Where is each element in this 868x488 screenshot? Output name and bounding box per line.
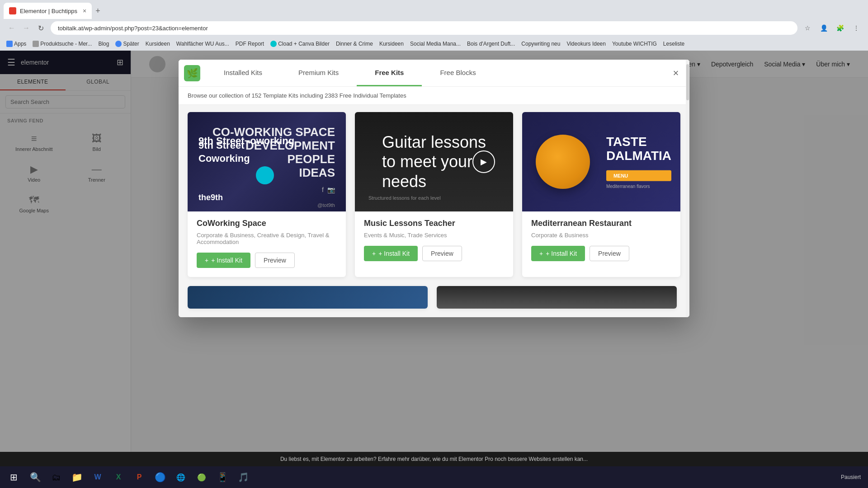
music-thumb-bg: Guitar lessonsto meet yourneeds ▶ Struct…	[355, 112, 513, 211]
tab-free-blocks[interactable]: Free Blocks	[422, 60, 494, 86]
kit-card-bottom-1	[188, 286, 428, 309]
bookmark-leseliste[interactable]: Leseliste	[660, 40, 687, 48]
windows-taskbar: ⊞ 🔍 🗂 📁 W X P 🔵 🌐 🟢 📱 🎵 Pausiert	[0, 466, 868, 488]
url-bar[interactable]: tobitalk.at/wp-admin/post.php?post=23&ac…	[51, 21, 797, 35]
taskbar-search[interactable]: 🔍	[25, 467, 45, 487]
plus-icon: +	[372, 250, 376, 257]
taskbar-explorer[interactable]: 📁	[67, 467, 87, 487]
taskbar-chrome[interactable]: 🌐	[171, 467, 191, 487]
star-icon[interactable]: ☆	[801, 22, 814, 34]
preview-kit-restaurant[interactable]: Preview	[590, 246, 629, 261]
bookmark-label: Blog	[98, 41, 109, 47]
preview-kit-music[interactable]: Preview	[422, 246, 462, 261]
install-kit-restaurant[interactable]: + + Install Kit	[531, 246, 585, 261]
kit-info-music: Music Lessons Teacher Events & Music, Tr…	[355, 211, 513, 270]
taskbar-right: Pausiert	[841, 474, 864, 480]
coworking-handle: @tot9th	[317, 202, 335, 208]
kit-categories-restaurant: Corporate & Business	[531, 232, 671, 239]
bookmark-label: Kursideen	[379, 41, 404, 47]
taskbar-edge[interactable]: 🟢	[192, 467, 212, 487]
kit-bottom-thumb-2	[437, 286, 677, 309]
active-tab[interactable]: Elementor | Buchtipps ×	[4, 3, 92, 19]
kit-categories-music: Events & Music, Trade Services	[364, 232, 504, 239]
promo-text: Du liebst es, mit Elementor zu arbeiten?…	[280, 456, 588, 462]
bookmark-produktsuche[interactable]: Produktsuche - Mer...	[30, 40, 94, 48]
kit-name-coworking: CoWorking Space	[197, 219, 337, 228]
bookmark-dinner[interactable]: Dinner & Crime	[333, 40, 376, 48]
bookmark-wahlfaecher[interactable]: Wahlfächer WU Aus...	[174, 40, 232, 48]
tab-installed-kits[interactable]: Installed Kits	[206, 60, 280, 86]
modal-close-button[interactable]: ×	[662, 60, 689, 86]
browser-icons: ☆ 👤 🧩 ⋮	[801, 22, 863, 34]
kit-card-bottom-2	[437, 286, 677, 309]
scrollbar[interactable]	[686, 105, 689, 317]
modal-header: 🌿 Installed Kits Premium Kits Free Kits …	[179, 60, 689, 87]
taskbar-app6[interactable]: 🔵	[150, 467, 170, 487]
bookmark-canva[interactable]: Cload + Canva Bilder	[268, 40, 332, 48]
instagram-icon: 📷	[327, 186, 335, 193]
new-tab-button[interactable]: +	[94, 5, 102, 18]
restaurant-text: TASTEDALMATIA MENU Mediterranean flavors	[606, 135, 671, 189]
profile-icon[interactable]: 👤	[817, 22, 830, 34]
bookmark-pdf[interactable]: PDF Report	[233, 40, 267, 48]
promo-bar: Du liebst es, mit Elementor zu arbeiten?…	[0, 452, 868, 466]
preview-kit-coworking[interactable]: Preview	[255, 253, 295, 268]
bookmark-label: Später	[123, 41, 139, 47]
bookmark-label: Cload + Canva Bilder	[278, 41, 330, 47]
windows-icon: ⊞	[10, 472, 18, 483]
extensions-icon[interactable]: 🧩	[834, 22, 846, 34]
bookmark-social-media[interactable]: Social Media Mana...	[407, 40, 463, 48]
install-kit-music[interactable]: + + Install Kit	[364, 246, 418, 261]
bookmark-copywriting[interactable]: Copywriting neu	[519, 40, 563, 48]
bookmark-apps[interactable]: Apps	[4, 40, 29, 48]
tab-premium-kits[interactable]: Premium Kits	[280, 60, 357, 86]
modal-info-bar: Browse our collection of 152 Template Ki…	[179, 87, 689, 105]
coworking-social-icons: f 📷	[322, 186, 335, 193]
bookmark-bois[interactable]: Bois d'Argent Duft...	[464, 40, 518, 48]
install-kit-coworking[interactable]: + + Install Kit	[197, 253, 250, 268]
bookmark-label: Wahlfächer WU Aus...	[176, 41, 229, 47]
kit-thumbnail-coworking: 9th Street Coworking CO-WORKING SPACEDEV…	[188, 112, 346, 211]
coworking-thumb-bg: 9th Street Coworking CO-WORKING SPACEDEV…	[188, 112, 346, 211]
taskbar-excel[interactable]: X	[108, 467, 128, 487]
facebook-icon: f	[322, 186, 324, 193]
start-button[interactable]: ⊞	[4, 467, 24, 487]
kit-categories-coworking: Corporate & Business, Creative & Design,…	[197, 232, 337, 245]
kit-actions-music: + + Install Kit Preview	[364, 246, 504, 261]
kit-actions-restaurant: + + Install Kit Preview	[531, 246, 671, 261]
kit-thumbnail-music: Guitar lessonsto meet yourneeds ▶ Struct…	[355, 112, 513, 211]
reload-button[interactable]: ↻	[34, 22, 47, 34]
bookmark-label: Social Media Mana...	[410, 41, 461, 47]
bookmark-kursideen2[interactable]: Kursideen	[377, 40, 406, 48]
taskbar-app10[interactable]: 🎵	[233, 467, 253, 487]
bookmark-blog[interactable]: Blog	[95, 40, 112, 48]
bookmark-label: Dinner & Crime	[336, 41, 373, 47]
tab-label: Elementor | Buchtipps	[20, 8, 77, 14]
taskbar-app9[interactable]: 📱	[212, 467, 232, 487]
tab-free-kits[interactable]: Free Kits	[357, 60, 422, 86]
restaurant-cta: MENU	[606, 170, 671, 181]
bookmark-kursideen[interactable]: Kursideen	[143, 40, 173, 48]
coworking-circle	[256, 166, 274, 184]
kit-name-music: Music Lessons Teacher	[364, 219, 504, 228]
taskbar-task-view[interactable]: 🗂	[46, 467, 66, 487]
taskbar-word[interactable]: W	[88, 467, 108, 487]
music-play-button[interactable]: ▶	[472, 150, 495, 173]
kit-card-restaurant: TASTEDALMATIA MENU Mediterranean flavors…	[522, 112, 680, 277]
modal-overlay: 🌿 Installed Kits Premium Kits Free Kits …	[0, 51, 868, 488]
bookmark-videokurs[interactable]: Videokurs Ideen	[564, 40, 609, 48]
coworking-subtitle: CO-WORKING SPACEDEVELOPMENTPEOPLEIDEAS	[212, 126, 335, 180]
menu-icon[interactable]: ⋮	[850, 22, 863, 34]
bookmark-spaeter[interactable]: Später	[113, 40, 142, 48]
bookmarks-bar: Apps Produktsuche - Mer... Blog Später K…	[0, 38, 868, 51]
taskbar-powerpoint[interactable]: P	[129, 467, 149, 487]
back-button[interactable]: ←	[5, 22, 18, 34]
bookmark-youtube[interactable]: Youtube WICHTIG	[609, 40, 660, 48]
bookmark-label: Copywriting neu	[521, 41, 560, 47]
plus-icon: +	[205, 257, 208, 264]
kit-card-coworking: 9th Street Coworking CO-WORKING SPACEDEV…	[188, 112, 346, 277]
browser-chrome: Elementor | Buchtipps × + ← → ↻ tobitalk…	[0, 0, 868, 51]
forward-button[interactable]: →	[20, 22, 33, 34]
modal-content[interactable]: 9th Street Coworking CO-WORKING SPACEDEV…	[179, 105, 689, 317]
tab-close-button[interactable]: ×	[83, 7, 86, 14]
